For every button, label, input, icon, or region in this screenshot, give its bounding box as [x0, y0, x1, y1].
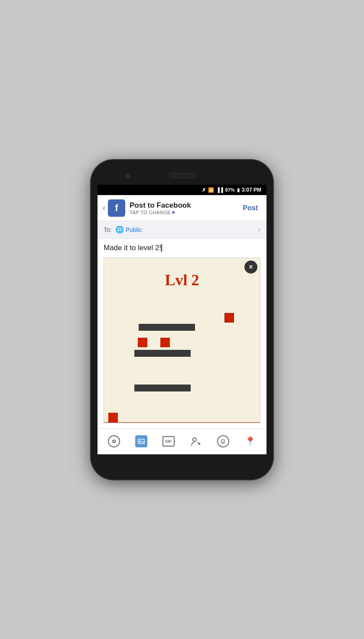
wifi-icon: 📶 — [208, 187, 214, 193]
dropdown-triangle-icon — [172, 211, 175, 214]
back-arrow-icon[interactable]: ‹ — [103, 203, 105, 212]
speaker — [169, 173, 195, 178]
game-screenshot-container: × Lvl 2 — [104, 258, 260, 423]
text-cursor — [161, 244, 162, 252]
to-label: To: — [104, 226, 112, 233]
bottom-toolbar: GIF ☺ 📍 — [98, 428, 266, 454]
game-floor-player — [108, 413, 118, 422]
post-button[interactable]: Post — [239, 202, 261, 214]
facebook-header: ‹ f Post to Facebook TAP TO CHANGE Post — [98, 195, 266, 221]
phone-top — [95, 169, 269, 185]
facebook-logo: f — [108, 199, 125, 217]
post-text-input[interactable]: Made it to level 2! — [104, 244, 260, 252]
location-pin-icon: 📍 — [245, 436, 256, 447]
chevron-right-icon: › — [258, 226, 260, 234]
photo-icon — [135, 435, 147, 447]
battery-icon: ▮ — [237, 187, 240, 193]
signal-icon: ▐▐ — [216, 187, 223, 192]
globe-icon: 🌐 — [115, 225, 124, 234]
status-bar: ✗ 📶 ▐▐ 87% ▮ 3:07 PM — [98, 185, 266, 195]
sensor — [235, 174, 238, 178]
game-player-icon — [224, 313, 234, 323]
tap-to-change-label[interactable]: TAP TO CHANGE — [130, 210, 239, 215]
post-content-area: Made it to level 2! × Lvl 2 — [98, 238, 266, 428]
status-time: 3:07 PM — [242, 187, 261, 193]
status-icons: ✗ 📶 ▐▐ 87% ▮ 3:07 PM — [202, 187, 261, 193]
header-title-block: Post to Facebook TAP TO CHANGE — [130, 201, 239, 215]
tag-person-icon — [190, 435, 202, 447]
game-obstacle-1 — [138, 338, 147, 347]
game-platform-3 — [134, 385, 191, 391]
game-platform-1 — [139, 324, 195, 331]
game-canvas: Lvl 2 — [104, 258, 260, 422]
camera-toolbar-button[interactable] — [104, 433, 124, 450]
audience-selector-row[interactable]: To: 🌐 Public › — [98, 221, 266, 238]
phone-screen: ✗ 📶 ▐▐ 87% ▮ 3:07 PM ‹ f Post to Faceboo… — [98, 185, 266, 454]
game-level-title: Lvl 2 — [104, 271, 260, 289]
tag-toolbar-button[interactable] — [186, 433, 205, 450]
camera-icon — [108, 435, 120, 447]
game-obstacle-2 — [160, 338, 170, 347]
svg-point-2 — [193, 438, 196, 441]
battery-level: 87% — [225, 187, 235, 192]
emoji-toolbar-button[interactable]: ☺ — [214, 433, 233, 450]
gif-toolbar-button[interactable]: GIF — [159, 433, 178, 450]
photo-toolbar-button[interactable] — [132, 433, 151, 450]
game-platform-2 — [134, 350, 191, 357]
location-toolbar-button[interactable]: 📍 — [241, 433, 260, 450]
game-ground-line — [104, 422, 260, 423]
gif-icon: GIF — [162, 436, 175, 447]
game-elements — [104, 298, 260, 422]
phone-device: ✗ 📶 ▐▐ 87% ▮ 3:07 PM ‹ f Post to Faceboo… — [91, 160, 273, 479]
post-to-facebook-title: Post to Facebook — [130, 201, 239, 210]
emoji-icon: ☺ — [217, 435, 229, 447]
audience-value: Public — [126, 226, 258, 233]
front-camera — [126, 174, 130, 178]
svg-rect-0 — [138, 439, 144, 443]
bluetooth-icon: ✗ — [202, 187, 206, 193]
